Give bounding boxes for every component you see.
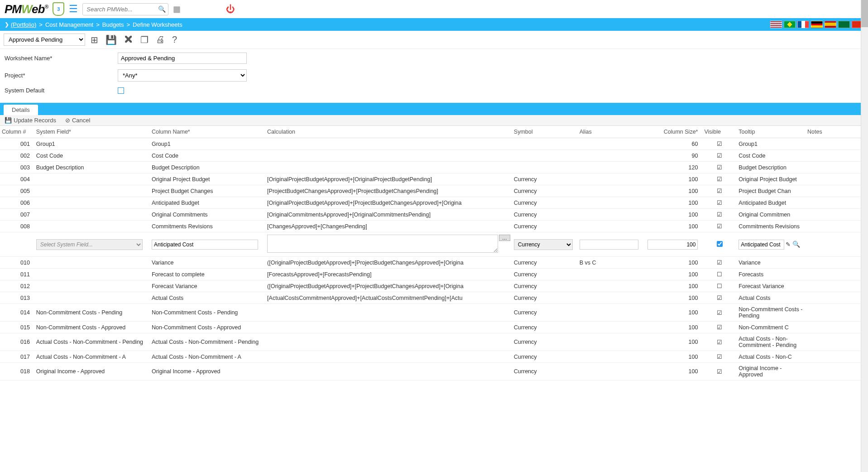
- col-tooltip-header[interactable]: Tooltip: [737, 126, 806, 138]
- sysfield-select[interactable]: Select System Field...: [36, 239, 143, 250]
- cell-sysfield: Group1: [34, 138, 150, 150]
- table-row[interactable]: 014 Non-Commitment Costs - Pending Non-C…: [0, 304, 868, 322]
- flag-br-icon[interactable]: [784, 21, 796, 28]
- table-row[interactable]: 010 Variance ([OriginalProjectBudgetAppr…: [0, 257, 868, 269]
- cell-visible[interactable]: ☑: [702, 173, 737, 185]
- cell-visible[interactable]: ☑: [702, 162, 737, 173]
- save-icon[interactable]: 💾: [106, 34, 117, 45]
- col-visible-header[interactable]: Visible: [702, 126, 737, 138]
- update-records-button[interactable]: 💾 Update Records: [5, 117, 56, 124]
- table-row[interactable]: 013 Actual Costs [ActualCostsCommitmentA…: [0, 292, 868, 304]
- table-row[interactable]: 003 Budget Description Budget Descriptio…: [0, 162, 868, 173]
- cell-alias: [578, 333, 643, 351]
- cell-visible[interactable]: ☑: [702, 333, 737, 351]
- table-row[interactable]: 012 Forecast Variance ([OriginalProjectB…: [0, 280, 868, 292]
- shield-badge[interactable]: 3: [53, 2, 64, 16]
- tooltip-input[interactable]: [739, 240, 784, 250]
- logo-eb: eb: [32, 2, 44, 16]
- col-alias-header[interactable]: Alias: [578, 126, 643, 138]
- symbol-select[interactable]: Currency: [514, 239, 573, 250]
- table-row[interactable]: 002 Cost Code Cost Code 90 ☑ Cost Code: [0, 150, 868, 162]
- colname-input[interactable]: [152, 240, 258, 250]
- table-row[interactable]: 008 Commitments Revisions [ChangesApprov…: [0, 221, 868, 232]
- cell-symbol: Currency: [512, 363, 578, 380]
- cell-visible[interactable]: ☑: [702, 363, 737, 380]
- cell-size: 100: [643, 269, 702, 280]
- cell-visible[interactable]: ☑: [702, 185, 737, 197]
- table-row[interactable]: 016 Actual Costs - Non-Commitment - Pend…: [0, 333, 868, 351]
- cell-sysfield: [34, 292, 150, 304]
- flag-sa-icon[interactable]: [838, 21, 850, 28]
- system-default-checkbox[interactable]: [118, 87, 124, 94]
- cell-num: 008: [0, 221, 34, 232]
- table-row[interactable]: 005 Project Budget Changes [ProjectBudge…: [0, 185, 868, 197]
- add-icon[interactable]: ⊞: [91, 34, 98, 45]
- cell-alias: [578, 292, 643, 304]
- toolbar-icons: ⊞ 💾 🗙 ❐ 🖨 ?: [91, 34, 177, 45]
- col-size-header[interactable]: Column Size*: [643, 126, 702, 138]
- cell-size: 100: [643, 322, 702, 333]
- size-input[interactable]: [647, 240, 698, 250]
- chevron-icon[interactable]: ❯: [5, 21, 9, 28]
- search-icon[interactable]: 🔍: [158, 5, 166, 13]
- cell-name: Non-Commitment Costs - Pending: [150, 304, 265, 322]
- help-icon[interactable]: ?: [172, 34, 177, 45]
- cell-visible[interactable]: ☐: [702, 269, 737, 280]
- project-select[interactable]: *Any*: [118, 69, 247, 82]
- vertical-scrollbar[interactable]: [861, 0, 868, 380]
- table-row[interactable]: 001 Group1 Group1 60 ☑ Group1: [0, 138, 868, 150]
- cell-visible[interactable]: ☑: [702, 221, 737, 232]
- breadcrumb-portfolio[interactable]: (Portfolio): [11, 21, 36, 28]
- menu-icon[interactable]: ☰: [69, 3, 78, 15]
- cell-tooltip: Forecasts: [737, 269, 806, 280]
- search-tooltip-icon[interactable]: 🔍: [792, 241, 800, 248]
- cell-visible[interactable]: ☑: [702, 138, 737, 150]
- col-notes-header[interactable]: Notes: [806, 126, 868, 138]
- table-row[interactable]: 011 Forecast to complete [ForecastsAppro…: [0, 269, 868, 280]
- copy-icon[interactable]: ❐: [140, 34, 149, 45]
- scrollbar-thumb[interactable]: [861, 0, 868, 27]
- cell-visible[interactable]: ☑: [702, 150, 737, 162]
- visible-checkbox[interactable]: [705, 241, 734, 247]
- cell-visible[interactable]: ☑: [702, 209, 737, 221]
- print-icon[interactable]: 🖨: [156, 34, 165, 45]
- breadcrumb-budgets[interactable]: Budgets: [102, 21, 124, 28]
- breadcrumb-bar: ❯ (Portfolio) > Cost Management > Budget…: [0, 18, 868, 31]
- formula-builder-button[interactable]: …: [499, 235, 510, 241]
- cell-visible[interactable]: ☑: [702, 257, 737, 269]
- table-row[interactable]: 004 Original Project Budget [OriginalPro…: [0, 173, 868, 185]
- table-row[interactable]: 018 Original Income - Approved Original …: [0, 363, 868, 380]
- table-row[interactable]: 006 Anticipated Budget [OriginalProjectB…: [0, 197, 868, 209]
- tab-details[interactable]: Details: [4, 105, 38, 115]
- table-row[interactable]: 015 Non-Commitment Costs - Approved Non-…: [0, 322, 868, 333]
- cell-visible[interactable]: ☑: [702, 292, 737, 304]
- flag-fr-icon[interactable]: [797, 21, 809, 28]
- breadcrumb-costmgmt[interactable]: Cost Management: [45, 21, 93, 28]
- alias-input[interactable]: [580, 240, 638, 250]
- table-row[interactable]: 007 Original Commitments [OriginalCommit…: [0, 209, 868, 221]
- col-symbol-header[interactable]: Symbol: [512, 126, 578, 138]
- cell-visible[interactable]: ☐: [702, 280, 737, 292]
- delete-icon[interactable]: 🗙: [124, 34, 133, 45]
- flag-us-icon[interactable]: [770, 21, 782, 28]
- flag-de-icon[interactable]: [811, 21, 823, 28]
- col-num-header[interactable]: Column #: [0, 126, 34, 138]
- cell-visible[interactable]: ☑: [702, 351, 737, 363]
- col-sysfield-header[interactable]: System Field*: [34, 126, 150, 138]
- calendar-icon[interactable]: ▦: [173, 4, 181, 14]
- power-icon[interactable]: ⏻: [226, 4, 235, 14]
- table-row[interactable]: 017 Actual Costs - Non-Commitment - A Ac…: [0, 351, 868, 363]
- calc-textarea[interactable]: [267, 235, 498, 253]
- worksheet-dropdown[interactable]: Approved & Pending: [4, 34, 85, 46]
- cell-visible[interactable]: ☑: [702, 322, 737, 333]
- save-small-icon: 💾: [5, 117, 12, 124]
- cell-visible[interactable]: ☑: [702, 197, 737, 209]
- col-calc-header[interactable]: Calculation: [265, 126, 512, 138]
- flag-es-icon[interactable]: [825, 21, 836, 28]
- search-input[interactable]: [82, 3, 168, 15]
- edit-note-icon[interactable]: ✎: [786, 241, 791, 248]
- col-name-header[interactable]: Column Name*: [150, 126, 265, 138]
- cancel-button[interactable]: ⊘ Cancel: [65, 117, 90, 124]
- worksheet-name-input[interactable]: [118, 53, 247, 64]
- cell-visible[interactable]: ☑: [702, 304, 737, 322]
